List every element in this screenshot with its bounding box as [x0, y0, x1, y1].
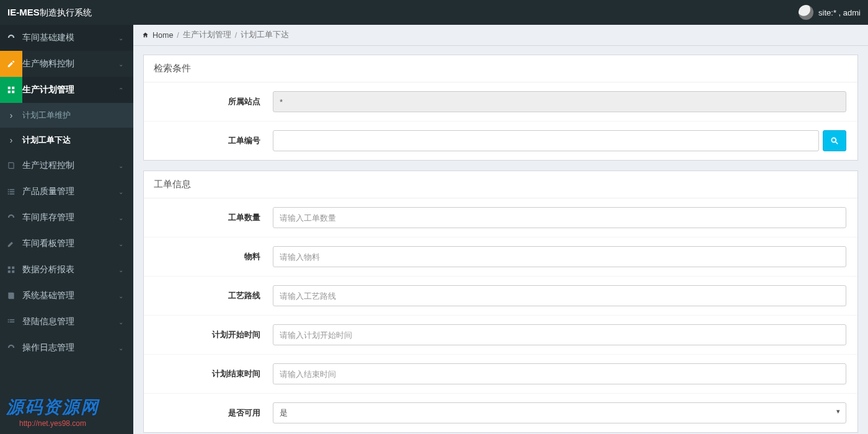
sidebar-item-inventory[interactable]: 车间库存管理 ⌄: [0, 205, 133, 231]
row-order-no: 工单编号: [144, 121, 857, 160]
sidebar-item-op-log[interactable]: 操作日志管理 ⌄: [0, 335, 133, 361]
sidebar-item-kanban[interactable]: 车间看板管理 ⌄: [0, 231, 133, 257]
list-icon: [0, 317, 22, 326]
avatar[interactable]: [799, 5, 813, 20]
label-start: 计划开始时间: [155, 329, 273, 340]
panel-order-info: 工单信息 工单数量 物料 工艺路线 计划开始时间: [143, 170, 858, 433]
grid-icon: [0, 77, 22, 103]
breadcrumb-page: 计划工单下达: [241, 30, 289, 40]
chevron-down-icon: ⌄: [118, 293, 133, 299]
svg-rect-10: [8, 267, 11, 269]
label-qty: 工单数量: [155, 212, 273, 223]
svg-rect-3: [12, 91, 14, 93]
book-icon: [0, 291, 22, 300]
label-end: 计划结束时间: [155, 368, 273, 379]
row-enable: 是否可用: [144, 393, 857, 432]
sidebar-item-system[interactable]: 系统基础管理 ⌄: [0, 283, 133, 309]
search-button[interactable]: [823, 130, 846, 151]
top-right: site:* , admi: [799, 5, 861, 20]
topbar: IE-MES制造执行系统 site:* , admi: [0, 0, 868, 25]
breadcrumb-sep: /: [177, 31, 179, 40]
input-end[interactable]: [273, 363, 846, 384]
row-material: 物料: [144, 237, 857, 276]
row-start: 计划开始时间: [144, 315, 857, 354]
chevron-down-icon: ⌄: [118, 215, 133, 221]
sidebar-item-label: 生产物料控制: [22, 58, 118, 69]
chevron-down-icon: ⌄: [118, 345, 133, 352]
svg-rect-9: [10, 193, 15, 195]
breadcrumb-sep: /: [235, 31, 237, 40]
sidebar-item-label: 车间库存管理: [22, 212, 118, 223]
list-icon: [0, 187, 22, 196]
input-start[interactable]: [273, 324, 846, 345]
svg-rect-11: [12, 267, 14, 269]
sidebar-item-label: 登陆信息管理: [22, 316, 118, 327]
user-site-label: site:* , admi: [818, 8, 861, 17]
sidebar-submenu-production-plan: › 计划工单维护 › 计划工单下达: [0, 103, 133, 153]
svg-rect-4: [8, 189, 9, 190]
brand: IE-MES制造执行系统: [7, 7, 92, 19]
label-enable: 是否可用: [155, 407, 273, 418]
panel-search: 检索条件 所属站点 工单编号: [143, 55, 858, 161]
sidebar-item-reports[interactable]: 数据分析报表 ⌄: [0, 257, 133, 283]
dashboard-icon: [0, 213, 22, 222]
chevron-down-icon: ⌄: [118, 241, 133, 247]
chevron-right-icon: ›: [0, 110, 22, 120]
sidebar-item-label: 计划工单下达: [22, 135, 133, 146]
label-material: 物料: [155, 251, 273, 262]
chevron-down-icon: ⌄: [118, 35, 133, 42]
svg-point-18: [831, 138, 836, 142]
sidebar-item-label: 操作日志管理: [22, 342, 118, 353]
chevron-down-icon: ⌄: [118, 188, 133, 195]
row-site: 所属站点: [144, 82, 857, 121]
sidebar-item-process-control[interactable]: 生产过程控制 ⌄: [0, 153, 133, 179]
row-qty: 工单数量: [144, 198, 857, 237]
breadcrumb-home[interactable]: Home: [153, 31, 173, 40]
sidebar-sub-plan-order-release[interactable]: › 计划工单下达: [0, 128, 133, 153]
edit-icon: [0, 51, 22, 77]
panel-search-title: 检索条件: [144, 55, 857, 82]
svg-rect-8: [8, 193, 9, 195]
svg-rect-5: [10, 189, 15, 190]
main: Home / 生产计划管理 / 计划工单下达 检索条件 所属站点 工单编号: [133, 25, 868, 434]
sidebar-item-quality[interactable]: 产品质量管理 ⌄: [0, 179, 133, 205]
label-site: 所属站点: [155, 96, 273, 107]
svg-rect-6: [8, 191, 9, 192]
chevron-down-icon: ⌄: [118, 162, 133, 169]
svg-rect-7: [10, 191, 15, 192]
svg-rect-2: [8, 91, 11, 93]
sidebar-item-material-control[interactable]: 生产物料控制 ⌄: [0, 51, 133, 77]
svg-rect-17: [10, 321, 15, 322]
dashboard-icon: [0, 343, 22, 352]
input-material[interactable]: [273, 246, 846, 267]
breadcrumb: Home / 生产计划管理 / 计划工单下达: [133, 25, 868, 46]
sidebar-item-label: 系统基础管理: [22, 290, 118, 301]
input-order-no[interactable]: [273, 130, 819, 151]
sidebar-item-label: 生产计划管理: [22, 84, 118, 95]
sidebar: 车间基础建模 ⌄ 生产物料控制 ⌄ 生产计划管理 ⌃ ›: [0, 25, 133, 434]
sidebar-item-label: 车间基础建模: [22, 32, 118, 43]
sidebar-item-workshop-model[interactable]: 车间基础建模 ⌄: [0, 25, 133, 51]
brand-strong: IE-MES: [7, 7, 40, 17]
sidebar-sub-plan-order-maintain[interactable]: › 计划工单维护: [0, 103, 133, 128]
input-qty[interactable]: [273, 207, 846, 228]
book-icon: [0, 161, 22, 170]
sidebar-item-label: 车间看板管理: [22, 238, 118, 249]
home-icon: [142, 32, 149, 38]
select-enable[interactable]: [273, 402, 846, 423]
svg-rect-16: [8, 321, 9, 322]
input-route[interactable]: [273, 285, 846, 306]
label-order-no: 工单编号: [155, 135, 273, 146]
sidebar-item-label: 生产过程控制: [22, 160, 118, 171]
chevron-down-icon: ⌄: [118, 319, 133, 326]
sidebar-item-login-info[interactable]: 登陆信息管理 ⌄: [0, 309, 133, 335]
brand-rest: 制造执行系统: [40, 7, 92, 17]
sidebar-item-label: 产品质量管理: [22, 186, 118, 197]
sidebar-item-production-plan[interactable]: 生产计划管理 ⌃: [0, 77, 133, 103]
svg-rect-12: [8, 270, 11, 273]
breadcrumb-section[interactable]: 生产计划管理: [183, 30, 231, 40]
svg-line-19: [836, 142, 838, 144]
svg-rect-0: [8, 87, 11, 89]
sidebar-item-label: 数据分析报表: [22, 264, 118, 275]
sidebar-item-label: 计划工单维护: [22, 110, 133, 121]
